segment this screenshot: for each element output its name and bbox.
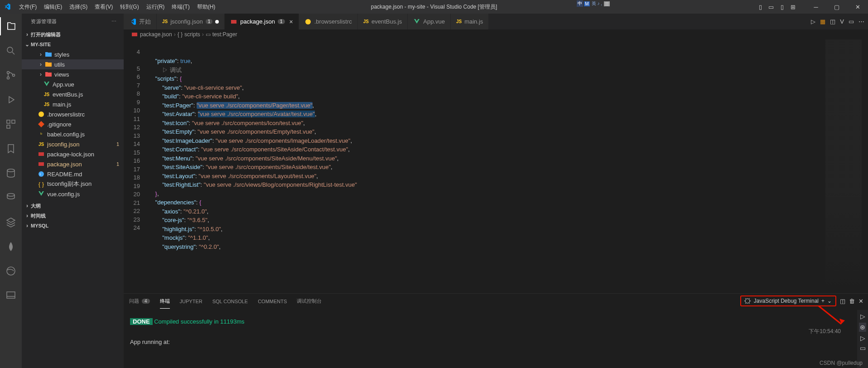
activity-search-icon[interactable] bbox=[0, 42, 22, 60]
layout-toggle-right-icon[interactable]: ▯ bbox=[778, 3, 786, 10]
svg-rect-6 bbox=[7, 125, 10, 128]
tab-start[interactable]: 开始 bbox=[124, 14, 157, 29]
panel-tab-comments[interactable]: COMMENTS bbox=[258, 294, 287, 309]
file-readme[interactable]: iREADME.md bbox=[22, 169, 124, 179]
activity-edge-icon[interactable] bbox=[0, 262, 22, 280]
trash-icon[interactable]: 🗑 bbox=[849, 298, 855, 305]
project-section[interactable]: ⌄MY-SITE bbox=[22, 39, 124, 49]
activity-scm-icon[interactable] bbox=[0, 66, 22, 84]
file-gitignore[interactable]: .gitignore bbox=[22, 119, 124, 129]
file-app-vue[interactable]: App.vue bbox=[22, 79, 124, 89]
svg-rect-18 bbox=[132, 33, 137, 36]
menu-select[interactable]: 选择(S) bbox=[66, 0, 91, 14]
file-main[interactable]: JSmain.js bbox=[22, 99, 124, 109]
main-editor-area: 开始 JSjsconfig.json1 package.json1× .brow… bbox=[124, 14, 868, 368]
menu-file[interactable]: 文件(F) bbox=[15, 0, 40, 14]
svg-point-2 bbox=[7, 77, 10, 79]
open-editors-section[interactable]: ›打开的编辑器 bbox=[22, 29, 124, 39]
activity-mongodb-icon[interactable] bbox=[0, 237, 22, 256]
menu-goto[interactable]: 转到(G) bbox=[116, 0, 142, 14]
timeline-section[interactable]: ›时间线 bbox=[22, 211, 124, 221]
svg-point-17 bbox=[305, 19, 311, 24]
dirty-icon bbox=[215, 20, 219, 24]
mysql-section[interactable]: ›MYSQL bbox=[22, 221, 124, 231]
layout-icon[interactable]: ▭ bbox=[849, 18, 854, 25]
panel-tab-terminal[interactable]: 终端 bbox=[160, 294, 170, 309]
file-babel[interactable]: ᵇbabel.config.js bbox=[22, 129, 124, 139]
activity-database2-icon[interactable] bbox=[0, 189, 22, 207]
svg-point-8 bbox=[7, 194, 14, 196]
svg-rect-12 bbox=[39, 152, 44, 156]
activity-database-icon[interactable] bbox=[0, 164, 22, 182]
bug-icon bbox=[744, 297, 751, 305]
code-content[interactable]: "private": true, ▷ 调试 "scripts": { "serv… bbox=[148, 39, 357, 293]
tab-app-vue[interactable]: App.vue bbox=[408, 14, 451, 29]
breadcrumb[interactable]: package.json› { }scripts› ▭test:Pager bbox=[124, 29, 868, 39]
more-icon[interactable]: ⋯ bbox=[858, 18, 864, 25]
compare-icon[interactable]: ▦ bbox=[820, 18, 825, 25]
panel-close-icon[interactable]: ✕ bbox=[858, 298, 863, 305]
minimize-button[interactable]: ─ bbox=[805, 0, 826, 14]
chevron-down-icon[interactable]: ⌄ bbox=[827, 298, 832, 304]
terminal-output[interactable]: DONE Compiled successfully in 11193ms Ap… bbox=[124, 309, 868, 368]
code-editor[interactable]: 4 56789101112131415161718192021222324 "p… bbox=[124, 39, 868, 293]
panel-tab-problems[interactable]: 问题4 bbox=[129, 294, 150, 309]
file-browserslistrc[interactable]: .browserslistrc bbox=[22, 109, 124, 119]
menu-run[interactable]: 运行(R) bbox=[143, 0, 169, 14]
file-packagelock[interactable]: package-lock.json bbox=[22, 149, 124, 159]
tab-eventbus[interactable]: JSeventBus.js bbox=[358, 14, 408, 29]
activity-explorer-icon[interactable] bbox=[0, 17, 22, 35]
file-eventbus[interactable]: JSeventBus.js bbox=[22, 89, 124, 99]
menu-view[interactable]: 查看(V) bbox=[91, 0, 116, 14]
maximize-button[interactable]: ▢ bbox=[826, 0, 847, 14]
v-icon[interactable]: V bbox=[840, 18, 844, 25]
sidebar-more-icon[interactable]: ⋯ bbox=[111, 19, 117, 24]
activity-panel-icon[interactable] bbox=[0, 286, 22, 305]
file-package[interactable]: package.json1 bbox=[22, 159, 124, 169]
menu-help[interactable]: 帮助(H) bbox=[193, 0, 219, 14]
svg-rect-13 bbox=[39, 162, 44, 166]
minimap[interactable] bbox=[825, 39, 862, 293]
run-icon[interactable]: ▷ bbox=[811, 18, 815, 25]
vscode-logo-icon bbox=[4, 3, 11, 10]
folder-utils[interactable]: ›utils bbox=[22, 59, 124, 69]
file-vueconfig[interactable]: vue.config.js bbox=[22, 189, 124, 199]
folder-styles[interactable]: ›styles bbox=[22, 49, 124, 59]
panel-tab-sqlconsole[interactable]: SQL CONSOLE bbox=[212, 294, 248, 309]
terminal-item-1-icon[interactable]: ▷ bbox=[860, 313, 865, 320]
customize-layout-icon[interactable]: ⊞ bbox=[789, 3, 796, 10]
plus-icon[interactable]: + bbox=[821, 298, 825, 304]
folder-views[interactable]: ›views bbox=[22, 69, 124, 79]
activity-debug-icon[interactable] bbox=[0, 91, 22, 109]
close-icon[interactable]: × bbox=[289, 18, 293, 25]
line-numbers: 4 56789101112131415161718192021222324 bbox=[124, 39, 148, 293]
terminal-item-3-icon[interactable]: ▷ bbox=[860, 334, 865, 342]
terminal-item-bug-icon[interactable]: ⊛ bbox=[859, 323, 866, 332]
outline-section[interactable]: ›大纲 bbox=[22, 201, 124, 211]
close-button[interactable]: ✕ bbox=[847, 0, 868, 14]
layout-toggle-bottom-icon[interactable]: ▭ bbox=[767, 3, 775, 10]
activity-extensions-icon[interactable] bbox=[0, 115, 22, 133]
panel-tab-jupyter[interactable]: JUPYTER bbox=[180, 294, 203, 309]
split-terminal-icon[interactable]: ◫ bbox=[840, 298, 845, 305]
terminal-selector[interactable]: JavaScript Debug Terminal + ⌄ bbox=[740, 295, 836, 306]
terminal-item-4-icon[interactable]: ▭ bbox=[860, 344, 866, 352]
activity-layers-icon[interactable] bbox=[0, 213, 22, 231]
watermark: CSDN @pulledup bbox=[820, 360, 863, 366]
panel-tab-debugconsole[interactable]: 调试控制台 bbox=[297, 294, 322, 309]
layout-toggle-left-icon[interactable]: ▯ bbox=[757, 3, 764, 10]
svg-rect-10 bbox=[7, 292, 15, 298]
split-icon[interactable]: ◫ bbox=[830, 18, 835, 25]
tab-jsconfig[interactable]: JSjsconfig.json1 bbox=[157, 14, 225, 29]
tab-main[interactable]: JSmain.js bbox=[451, 14, 489, 29]
sidebar-title: 资源管理器 bbox=[31, 18, 57, 25]
menu-terminal[interactable]: 终端(T) bbox=[168, 0, 193, 14]
tabs-bar: 开始 JSjsconfig.json1 package.json1× .brow… bbox=[124, 14, 868, 29]
activity-bookmark-icon[interactable] bbox=[0, 140, 22, 158]
tab-package[interactable]: package.json1× bbox=[225, 14, 299, 29]
file-jsconfig[interactable]: JSjsconfig.json1 bbox=[22, 139, 124, 149]
tab-browserslistrc[interactable]: .browserslistrc bbox=[299, 14, 358, 29]
menu-edit[interactable]: 编辑(E) bbox=[40, 0, 66, 14]
svg-rect-16 bbox=[231, 20, 236, 24]
file-tsconfig[interactable]: { }tsconfig副本.json bbox=[22, 179, 124, 189]
